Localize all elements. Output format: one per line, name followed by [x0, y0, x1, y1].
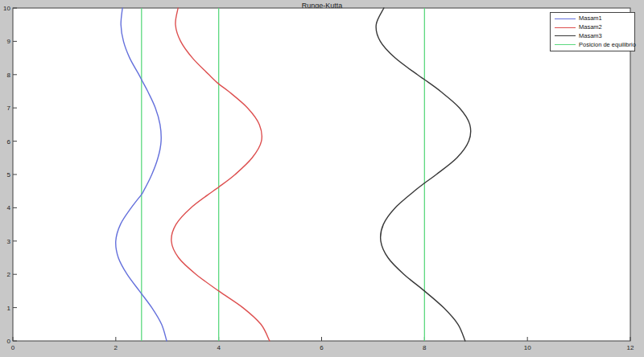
y-tick-label: 3 — [7, 238, 11, 245]
plot-canvas: 024681012012345678910 — [0, 0, 644, 357]
legend-label: Masam3 — [579, 32, 602, 40]
x-tick-label: 4 — [217, 344, 221, 351]
y-tick-label: 7 — [7, 105, 11, 112]
y-tick-label: 8 — [7, 72, 11, 79]
legend-item-equilibrio: Posicion de equilibrio — [551, 40, 634, 49]
y-tick-label: 10 — [3, 5, 10, 12]
y-tick-label: 5 — [7, 171, 11, 178]
legend-label: Masam2 — [579, 23, 602, 31]
legend-line-sample — [555, 35, 576, 36]
legend-line-sample — [555, 27, 576, 28]
y-tick-label: 0 — [7, 338, 11, 345]
y-tick-label: 6 — [7, 138, 11, 146]
y-tick-label: 9 — [7, 38, 11, 45]
x-tick-label: 10 — [524, 344, 531, 351]
y-tick-label: 4 — [7, 204, 11, 211]
legend-box: Masam1Masam2Masam3Posicion de equilibrio — [550, 12, 635, 51]
legend-item-masam3: Masam3 — [551, 32, 634, 41]
x-tick-label: 2 — [114, 344, 118, 351]
x-tick-label: 8 — [423, 344, 427, 351]
plot-area — [13, 8, 630, 341]
y-tick-label: 2 — [7, 271, 11, 278]
x-tick-label: 6 — [320, 344, 324, 351]
legend-label: Posicion de equilibrio — [579, 41, 636, 49]
legend-item-masam2: Masam2 — [551, 23, 634, 32]
legend-item-masam1: Masam1 — [551, 14, 634, 23]
legend-label: Masam1 — [579, 14, 602, 23]
legend-line-sample — [555, 18, 576, 19]
y-tick-label: 1 — [7, 305, 11, 312]
legend-line-sample — [555, 44, 576, 45]
x-tick-label: 0 — [11, 344, 15, 351]
x-tick-label: 12 — [627, 344, 634, 351]
matlab-figure: Runge-Kutta 024681012012345678910 Masam1… — [0, 0, 644, 357]
